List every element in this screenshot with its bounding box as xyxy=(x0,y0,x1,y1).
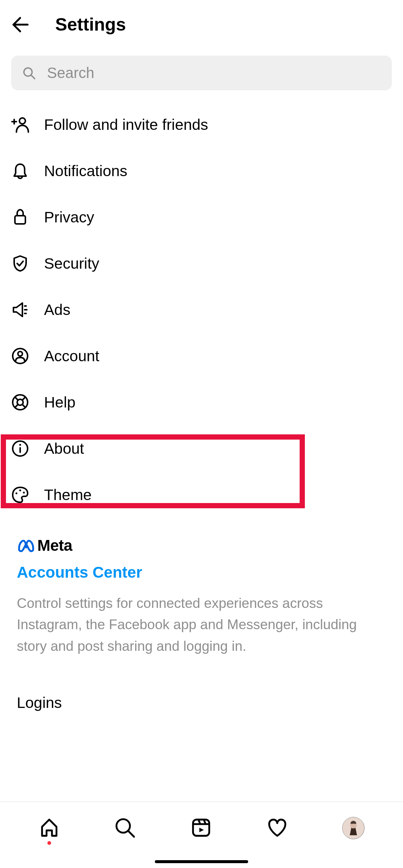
settings-item-theme[interactable]: Theme xyxy=(11,472,392,518)
nav-profile[interactable] xyxy=(342,817,365,839)
search-icon xyxy=(114,817,136,839)
svg-point-12 xyxy=(23,492,25,494)
settings-item-follow-invite[interactable]: Follow and invite friends xyxy=(11,102,392,148)
meta-brand-text: Meta xyxy=(37,537,72,555)
settings-list: Follow and invite friends Notifications … xyxy=(0,102,403,518)
search-input[interactable]: Search xyxy=(11,56,392,90)
svg-point-7 xyxy=(17,399,23,405)
settings-item-about[interactable]: About xyxy=(11,425,392,472)
svg-point-0 xyxy=(24,68,32,76)
svg-line-14 xyxy=(129,831,134,837)
notification-dot xyxy=(47,841,51,845)
heart-icon xyxy=(266,817,288,839)
home-icon xyxy=(38,817,60,839)
settings-item-label: Ads xyxy=(44,301,71,319)
back-button[interactable] xyxy=(11,16,29,34)
shield-icon xyxy=(11,255,29,272)
page-title: Settings xyxy=(55,14,126,35)
megaphone-icon xyxy=(11,301,29,319)
meta-logo: Meta xyxy=(17,537,386,555)
meta-infinity-icon xyxy=(17,538,35,553)
settings-item-label: Account xyxy=(44,347,99,365)
info-icon xyxy=(11,440,29,458)
svg-rect-15 xyxy=(193,819,209,836)
logins-section: Logins xyxy=(0,657,403,712)
settings-item-label: Notifications xyxy=(44,162,127,180)
svg-point-5 xyxy=(18,352,22,356)
lifebuoy-icon xyxy=(11,393,29,411)
settings-item-label: Theme xyxy=(44,486,92,504)
arrow-left-icon xyxy=(11,16,29,34)
search-placeholder: Search xyxy=(47,65,94,81)
person-circle-icon xyxy=(11,347,29,365)
palette-icon xyxy=(11,486,29,504)
settings-item-label: Security xyxy=(44,255,99,272)
home-indicator xyxy=(155,860,248,863)
settings-item-account[interactable]: Account xyxy=(11,333,392,379)
nav-activity[interactable] xyxy=(266,817,288,839)
svg-point-13 xyxy=(116,819,130,833)
add-person-icon xyxy=(11,116,29,134)
settings-item-notifications[interactable]: Notifications xyxy=(11,148,392,194)
accounts-center-link[interactable]: Accounts Center xyxy=(17,563,142,581)
svg-line-1 xyxy=(31,75,35,79)
svg-point-11 xyxy=(19,490,21,491)
settings-item-privacy[interactable]: Privacy xyxy=(11,194,392,240)
header: Settings xyxy=(0,0,403,42)
settings-item-security[interactable]: Security xyxy=(11,240,392,287)
nav-search[interactable] xyxy=(114,817,136,839)
bottom-nav xyxy=(0,802,403,868)
meta-description: Control settings for connected experienc… xyxy=(17,593,386,657)
svg-point-10 xyxy=(16,493,18,494)
svg-rect-3 xyxy=(15,216,25,224)
settings-item-label: Follow and invite friends xyxy=(44,116,208,134)
settings-item-label: Help xyxy=(44,394,75,411)
lock-icon xyxy=(11,208,29,226)
nav-reels[interactable] xyxy=(190,817,212,839)
avatar xyxy=(343,817,364,839)
search-icon xyxy=(22,66,36,80)
settings-item-help[interactable]: Help xyxy=(11,379,392,425)
nav-home[interactable] xyxy=(38,817,60,839)
settings-item-label: Privacy xyxy=(44,209,94,226)
settings-item-ads[interactable]: Ads xyxy=(11,287,392,333)
logins-title: Logins xyxy=(17,694,386,712)
bell-icon xyxy=(11,162,29,180)
reels-icon xyxy=(190,817,212,839)
svg-point-9 xyxy=(19,444,21,446)
settings-item-label: About xyxy=(44,440,84,458)
svg-point-2 xyxy=(19,118,25,124)
meta-section: Meta Accounts Center Control settings fo… xyxy=(0,518,403,657)
